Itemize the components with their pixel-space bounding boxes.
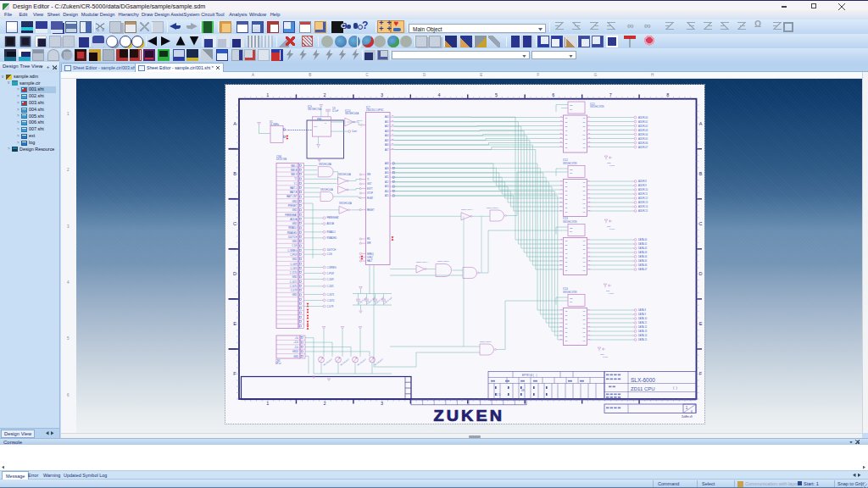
svg-text:SLX-6000: SLX-6000 bbox=[631, 377, 655, 383]
svg-text:IC13: IC13 bbox=[563, 217, 568, 220]
svg-text:WR: WR bbox=[367, 241, 370, 245]
svg-text:ADDR-13: ADDR-13 bbox=[638, 201, 648, 204]
svg-text:GND: GND bbox=[292, 258, 297, 261]
svg-text:A06: A06 bbox=[384, 143, 388, 147]
svg-text:E: E bbox=[698, 321, 702, 326]
svg-text:ADD/A: ADD/A bbox=[326, 222, 333, 225]
svg-text:DATA-02: DATA-02 bbox=[638, 247, 648, 250]
svg-text:3: 3 bbox=[560, 237, 561, 239]
svg-text:6: 6 bbox=[691, 409, 693, 413]
svg-text:5: 5 bbox=[560, 183, 561, 185]
svg-text:A08: A08 bbox=[384, 162, 388, 165]
svg-text:SN74HC04A: SN74HC04A bbox=[345, 112, 359, 115]
svg-text:A09: A09 bbox=[384, 166, 388, 169]
svg-text:7: 7 bbox=[560, 124, 561, 125]
svg-text:5D: 5D bbox=[565, 326, 567, 328]
svg-text:7Q: 7Q bbox=[582, 264, 585, 266]
svg-text:2: 2 bbox=[588, 115, 589, 117]
svg-text:9: 9 bbox=[560, 320, 561, 322]
svg-text:ADDR-03: ADDR-03 bbox=[638, 128, 648, 131]
svg-text:2: 2 bbox=[588, 179, 589, 180]
svg-text:DATA-00: DATA-00 bbox=[638, 238, 648, 241]
svg-text:100/TCH: 100/TCH bbox=[287, 235, 297, 238]
svg-text:RWADLI: RWADLI bbox=[326, 230, 336, 234]
svg-text:5: 5 bbox=[560, 312, 561, 313]
svg-text:Q: Q bbox=[325, 122, 326, 125]
svg-text:5D: 5D bbox=[565, 256, 567, 258]
svg-text:10: 10 bbox=[588, 254, 590, 256]
svg-text:7D: 7D bbox=[565, 142, 567, 144]
svg-text:PRE: PRE bbox=[317, 118, 322, 121]
svg-text:6: 6 bbox=[588, 124, 589, 125]
svg-text:8: 8 bbox=[588, 128, 589, 130]
svg-text:1Q: 1Q bbox=[582, 239, 585, 241]
svg-text:DATA-03: DATA-03 bbox=[638, 251, 648, 254]
svg-text:2Q: 2Q bbox=[582, 185, 585, 186]
svg-text:ESTT: ESTT bbox=[367, 186, 373, 190]
svg-text:C: C bbox=[698, 221, 702, 226]
svg-text:C: C bbox=[233, 221, 236, 226]
svg-text:36: 36 bbox=[392, 142, 394, 144]
svg-text:LE: LE bbox=[570, 230, 572, 232]
svg-text:100/TCH: 100/TCH bbox=[326, 247, 336, 251]
svg-text:ADDR-14: ADDR-14 bbox=[638, 205, 648, 208]
svg-text:7Q: 7Q bbox=[582, 335, 585, 336]
svg-text:+12v: +12v bbox=[293, 341, 298, 344]
svg-text:MREQ: MREQ bbox=[367, 252, 374, 255]
svg-text:5: 5 bbox=[560, 241, 561, 243]
svg-text:DATA-13: DATA-13 bbox=[638, 330, 648, 333]
svg-text:14: 14 bbox=[588, 204, 590, 206]
svg-text:C-P5/9: C-P5/9 bbox=[290, 253, 298, 257]
svg-text:OE: OE bbox=[570, 168, 573, 169]
svg-text:Y-1: Y-1 bbox=[293, 181, 297, 185]
svg-text:3D: 3D bbox=[565, 247, 567, 249]
svg-text:4Q: 4Q bbox=[582, 193, 585, 195]
svg-text:A02: A02 bbox=[384, 125, 388, 128]
svg-text:5Q: 5Q bbox=[582, 256, 585, 258]
svg-text:17: 17 bbox=[559, 208, 561, 210]
svg-text:ADDR-01: ADDR-01 bbox=[638, 119, 648, 123]
svg-text:1Q: 1Q bbox=[582, 309, 585, 311]
svg-text:IC14: IC14 bbox=[563, 287, 568, 291]
svg-text:1: 1 bbox=[266, 92, 269, 97]
svg-text:C-D79: C-D79 bbox=[326, 304, 333, 308]
svg-text:ADDR-9: ADDR-9 bbox=[638, 184, 647, 187]
svg-text:11: 11 bbox=[559, 196, 561, 197]
svg-text:CN5: CN5 bbox=[275, 359, 281, 363]
svg-text:GND: GND bbox=[293, 354, 298, 358]
svg-text:1Q: 1Q bbox=[582, 180, 585, 182]
svg-text:13: 13 bbox=[559, 329, 561, 330]
svg-text:12: 12 bbox=[588, 200, 590, 202]
svg-text:8D: 8D bbox=[565, 210, 567, 212]
svg-text:DATA-10: DATA-10 bbox=[638, 317, 648, 320]
svg-text:PRESET: PRESET bbox=[287, 204, 297, 208]
svg-text:16: 16 bbox=[588, 145, 590, 147]
svg-text:5D: 5D bbox=[565, 197, 567, 199]
svg-text:LE: LE bbox=[570, 108, 572, 109]
svg-text:15: 15 bbox=[559, 204, 561, 206]
svg-text:ADDR-11: ADDR-11 bbox=[638, 192, 648, 196]
svg-text:ADDR-02: ADDR-02 bbox=[638, 124, 648, 127]
svg-text:4: 4 bbox=[588, 183, 589, 185]
svg-text:C-WREG: C-WREG bbox=[326, 265, 336, 269]
svg-text:A04: A04 bbox=[384, 134, 388, 137]
svg-text:DATA-07: DATA-07 bbox=[638, 268, 648, 271]
svg-text:9: 9 bbox=[560, 250, 561, 252]
svg-text:1D: 1D bbox=[565, 309, 567, 311]
svg-text:GND: GND bbox=[292, 240, 297, 243]
svg-text:ZD11 CPU: ZD11 CPU bbox=[631, 386, 655, 391]
svg-text:6D: 6D bbox=[565, 202, 567, 203]
svg-text:RD: RD bbox=[367, 237, 370, 241]
svg-text:2: 2 bbox=[323, 401, 326, 406]
svg-text:4D: 4D bbox=[565, 322, 567, 324]
svg-text:SN74HC04A: SN74HC04A bbox=[338, 172, 351, 175]
svg-text:IC11: IC11 bbox=[590, 102, 595, 105]
svg-text:3Q: 3Q bbox=[582, 247, 585, 249]
svg-text:DATA-14: DATA-14 bbox=[638, 334, 648, 337]
svg-text:LE: LE bbox=[570, 172, 572, 174]
svg-text:3Q: 3Q bbox=[582, 318, 585, 319]
svg-text:0.1uF: 0.1uF bbox=[609, 292, 615, 295]
svg-text:10: 10 bbox=[588, 132, 590, 134]
svg-text:14: 14 bbox=[588, 333, 590, 335]
svg-text:SN74HC00A: SN74HC00A bbox=[320, 187, 333, 191]
